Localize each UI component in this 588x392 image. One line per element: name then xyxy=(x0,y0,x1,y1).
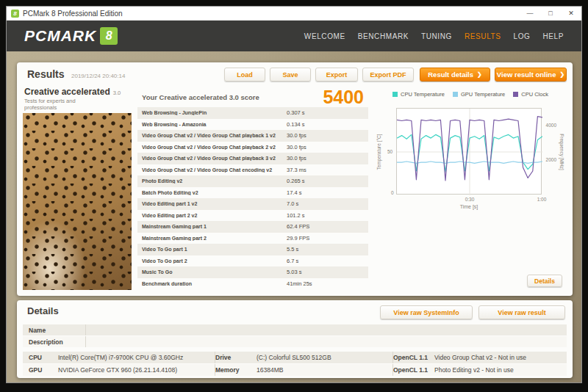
hardware-row: CPU Intel(R) Core(TM) i7-9700K CPU @ 3.6… xyxy=(23,352,567,363)
row-label: Video To Go part 2 xyxy=(142,258,287,264)
row-value: 30.0 fps xyxy=(287,132,364,139)
row-label: Photo Editing v2 xyxy=(142,178,287,184)
monitoring-chart-panel: CPU Temperature GPU Temperature CPU Cloc… xyxy=(374,87,567,290)
table-row: Video Group Chat v2 / Video Group Chat p… xyxy=(137,153,368,164)
save-button[interactable]: Save xyxy=(270,68,311,81)
row-value: 0.307 s xyxy=(287,109,364,116)
nav-menu: WELCOME BENCHMARK TUNING RESULTS LOG HEL… xyxy=(304,32,564,40)
cpu-temperature-swatch-icon xyxy=(392,92,398,97)
table-row: Video To Go part 15.5 s xyxy=(137,244,368,255)
export-pdf-button[interactable]: Export PDF xyxy=(362,68,414,81)
maximize-button[interactable]: □ xyxy=(540,7,561,20)
drive-value: (C:) Colorful SL500 512GB xyxy=(257,352,393,363)
memory-label: Memory xyxy=(215,366,257,374)
legend-label: CPU Temperature xyxy=(401,91,445,98)
load-button[interactable]: Load xyxy=(224,68,265,81)
nav-item-results[interactable]: RESULTS xyxy=(465,32,501,40)
row-value: 41min 25s xyxy=(287,280,364,287)
results-card: Results 2019/12/24 20:40:14 Load Save Ex… xyxy=(17,62,573,296)
table-row: Video To Go part 26.7 s xyxy=(137,255,368,267)
cpu-value: Intel(R) Core(TM) i7-9700K CPU @ 3.60GHz xyxy=(58,352,215,363)
details-heading: Details xyxy=(27,305,59,316)
view-result-online-button[interactable]: View result online ❯ xyxy=(495,68,567,81)
chart-details-button[interactable]: Details xyxy=(527,275,562,287)
row-value: 29.9 FPS xyxy=(287,235,364,242)
legend-label: GPU Temperature xyxy=(461,91,505,98)
row-label: Web Browsing - Amazonia xyxy=(142,122,287,127)
row-value: 30.0 fps xyxy=(287,155,364,161)
app-icon: 8 xyxy=(11,10,19,18)
cpu-label: CPU xyxy=(29,354,58,361)
close-button[interactable]: ✕ xyxy=(561,7,581,20)
description-row: Description xyxy=(23,336,567,347)
cpu-clock-swatch-icon xyxy=(513,92,518,97)
nav-item-log[interactable]: LOG xyxy=(514,32,531,40)
row-value: 62.4 FPS xyxy=(287,223,364,230)
table-row: Mainstream Gaming part 229.9 FPS xyxy=(137,233,368,244)
name-label: Name xyxy=(23,324,86,335)
nav-item-welcome[interactable]: WELCOME xyxy=(304,32,345,40)
left-axis-title: Temperature [°C] xyxy=(376,134,381,170)
memory-value: 16384MB xyxy=(257,364,393,376)
line-chart: 50 0 4000 2000 0:30 1:00 Time [s] Temper… xyxy=(396,108,542,195)
nav-item-help[interactable]: HELP xyxy=(542,32,564,40)
table-row: Video Group Chat v2 / Video Group Chat p… xyxy=(137,130,368,142)
legend-label: CPU Clock xyxy=(521,91,548,98)
row-label: Video Group Chat v2 / Video Group Chat p… xyxy=(142,133,287,138)
gpu-temperature-swatch-icon xyxy=(453,92,458,97)
view-raw-result-button[interactable]: View raw result xyxy=(478,305,565,319)
table-row: Music To Go5.03 s xyxy=(137,266,368,278)
x-axis-tick: 1:00 xyxy=(537,197,547,202)
row-label: Video To Go part 1 xyxy=(142,247,287,252)
row-label: Music To Go xyxy=(142,269,287,275)
table-row: Video Editing part 1 v27.0 s xyxy=(137,198,368,210)
row-label: Mainstream Gaming part 2 xyxy=(142,236,287,241)
opencl-label: OpenCL 1.1 xyxy=(393,366,434,374)
row-label: Video Group Chat v2 / Video Group Chat p… xyxy=(142,156,287,161)
pcmark-logo-text: PCMARK xyxy=(24,27,96,45)
row-label: Video Group Chat v2 / Video Group Chat p… xyxy=(142,145,287,150)
nav-item-tuning[interactable]: TUNING xyxy=(421,32,452,40)
legend-item-gpu-temperature: GPU Temperature xyxy=(453,91,505,98)
right-axis-tick: 2000 xyxy=(546,157,556,162)
view-raw-systeminfo-button[interactable]: View raw SystemInfo xyxy=(380,305,473,319)
score-value: 5400 xyxy=(323,87,364,108)
view-result-online-label: View result online xyxy=(497,70,556,79)
leopard-image xyxy=(23,113,132,290)
row-label: Web Browsing - JunglePin xyxy=(142,110,287,115)
export-button[interactable]: Export xyxy=(315,68,358,81)
title-bar: 8 PCMark 8 Professional Edition — □ ✕ xyxy=(7,7,581,21)
gpu-value: NVIDIA GeForce GTX 960 (26.21.14.4108) xyxy=(58,364,215,376)
results-heading: Results xyxy=(27,68,65,80)
opencl-value: Video Group Chat v2 - Not in use xyxy=(434,354,567,361)
table-row: Video Group Chat v2 / Video Group Chat e… xyxy=(137,164,368,176)
row-value: 5.5 s xyxy=(287,246,364,253)
table-row: Mainstream Gaming part 162.4 FPS xyxy=(137,221,368,233)
score-panel: Your Creative accelerated 3.0 score 5400… xyxy=(137,87,368,290)
details-card: Details View raw SystemInfo View raw res… xyxy=(17,300,573,378)
nav-item-benchmark[interactable]: BENCHMARK xyxy=(358,32,409,40)
chevron-right-icon: ❯ xyxy=(477,71,482,78)
test-subtitle: Tests for experts and professionals xyxy=(23,98,104,112)
row-label: Batch Photo Editing v2 xyxy=(142,190,287,195)
chart-plot-area xyxy=(397,109,542,195)
row-value: 6.7 s xyxy=(287,258,364,264)
test-info-panel: Creative accelerated 3.0 Tests for exper… xyxy=(23,87,132,290)
table-row: Web Browsing - Amazonia0.134 s xyxy=(137,119,368,131)
row-value: 101.2 s xyxy=(287,212,364,219)
table-row: Batch Photo Editing v217.4 s xyxy=(137,187,368,199)
row-value: 30.0 fps xyxy=(287,144,364,150)
result-details-button[interactable]: Result details ❯ xyxy=(420,68,490,81)
row-label: Video Group Chat v2 / Video Group Chat e… xyxy=(142,167,287,173)
table-row: Web Browsing - JunglePin0.307 s xyxy=(137,107,368,119)
row-value: 0.265 s xyxy=(287,178,364,184)
left-axis-tick: 0 xyxy=(391,190,394,195)
results-table: Web Browsing - JunglePin0.307 s Web Brow… xyxy=(137,107,368,289)
table-row: Video Editing part 2 v2101.2 s xyxy=(137,210,368,222)
row-value: 17.4 s xyxy=(287,189,364,196)
minimize-button[interactable]: — xyxy=(520,7,540,20)
row-value: 37.3 ms xyxy=(287,167,364,173)
app-window: 8 PCMark 8 Professional Edition — □ ✕ PC… xyxy=(6,6,582,383)
row-label: Mainstream Gaming part 1 xyxy=(142,224,287,229)
right-axis-tick: 4000 xyxy=(546,123,556,128)
